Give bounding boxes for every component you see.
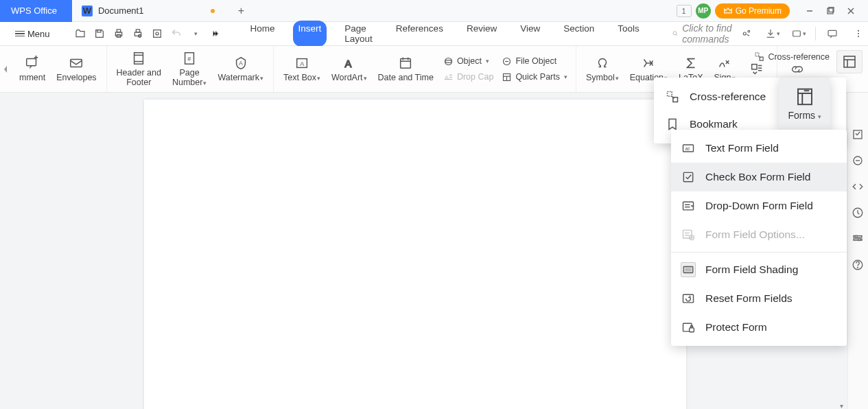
print-preview-button[interactable]	[130, 25, 146, 42]
tab-view[interactable]: View	[515, 21, 546, 47]
tab-insert[interactable]: Insert	[293, 21, 327, 47]
menu-label: Text Form Field	[705, 142, 779, 154]
export-button[interactable]: ▾	[763, 24, 782, 43]
svg-rect-1	[828, 8, 833, 14]
document-tab[interactable]: W Document1	[72, 0, 224, 22]
code-panel-button[interactable]	[852, 180, 865, 194]
menu-item-drop-down-form-field[interactable]: Drop-Down Form Field	[671, 191, 847, 220]
file-object-button[interactable]: File Object	[497, 54, 572, 69]
save-button[interactable]	[91, 25, 108, 42]
command-search[interactable]: Click to find commands	[672, 23, 734, 45]
watermark-button[interactable]: A Watermark▾	[212, 54, 269, 84]
more-button[interactable]	[849, 24, 868, 43]
forms-icon	[795, 86, 815, 107]
redo-dropdown[interactable]: ▾	[187, 25, 204, 42]
unsaved-indicator-icon	[211, 9, 215, 13]
ribbon-scroll-left[interactable]	[1, 61, 10, 78]
drop-cap-button: A Drop Cap	[439, 70, 498, 84]
svg-rect-75	[683, 230, 692, 238]
tab-review[interactable]: Review	[461, 21, 502, 47]
svg-rect-80	[685, 268, 692, 272]
menu-button[interactable]: Menu	[10, 26, 56, 42]
document-page[interactable]	[144, 100, 686, 409]
header-footer-button[interactable]: Header andFooter	[111, 49, 167, 89]
svg-text:A: A	[300, 60, 305, 67]
svg-point-20	[858, 30, 859, 32]
svg-point-41	[445, 60, 451, 62]
app-tab[interactable]: WPS Office	[0, 0, 72, 22]
tab-tools[interactable]: Tools	[612, 21, 645, 47]
minimize-button[interactable]	[799, 1, 820, 21]
svg-point-60	[855, 235, 857, 237]
tab-home[interactable]: Home	[245, 21, 281, 47]
menu-item-check-box-form-field[interactable]: Check Box Form Field	[671, 163, 847, 191]
date-time-button[interactable]: Date and Time	[373, 54, 439, 84]
open-button[interactable]	[72, 25, 89, 42]
svg-point-16	[744, 32, 747, 35]
styles-panel-button[interactable]	[852, 154, 865, 168]
svg-rect-10	[136, 30, 139, 32]
history-panel-button[interactable]	[852, 207, 865, 220]
tab-references[interactable]: References	[390, 21, 449, 47]
go-premium-button[interactable]: Go Premium	[715, 3, 790, 19]
svg-point-63	[857, 267, 858, 268]
svg-rect-52	[844, 56, 855, 67]
svg-rect-83	[690, 328, 694, 332]
cross-reference-button-top[interactable]: Cross-reference	[754, 51, 830, 62]
settings-panel-button[interactable]	[852, 233, 865, 246]
menu-label: Form Field Options...	[705, 229, 805, 241]
menu-item-text-form-field[interactable]: aI Text Form Field	[671, 134, 847, 163]
wordart-button[interactable]: A WordArt▾	[326, 54, 373, 84]
insert-number-button[interactable]	[741, 60, 773, 78]
svg-rect-26	[71, 60, 82, 67]
print-button[interactable]	[110, 25, 127, 42]
menu-item-form-field-shading[interactable]: Form Field Shading	[671, 255, 847, 284]
svg-text:A: A	[344, 58, 351, 69]
tab-section[interactable]: Section	[558, 21, 600, 47]
preview-button[interactable]	[149, 25, 165, 42]
properties-panel-button[interactable]	[852, 128, 865, 142]
menu-item-protect-form[interactable]: Protect Form	[671, 313, 847, 342]
svg-point-22	[858, 36, 859, 37]
envelopes-button[interactable]: Envelopes	[51, 54, 102, 84]
equation-icon	[641, 56, 656, 71]
quick-parts-button[interactable]: Quick Parts▾	[497, 70, 572, 84]
forms-ribbon-button[interactable]	[836, 50, 863, 73]
menu-item-reset-form-fields[interactable]: Reset Form Fields	[671, 284, 847, 313]
svg-rect-12	[153, 30, 161, 38]
window-counter[interactable]: 1	[677, 5, 692, 17]
object-icon	[443, 56, 454, 67]
tab-page-layout[interactable]: Page Layout	[339, 21, 378, 47]
attachment-button[interactable]	[782, 60, 813, 78]
qat-more-button[interactable]	[207, 25, 223, 42]
file-icon	[502, 56, 512, 67]
cross-reference-icon	[754, 51, 764, 62]
help-panel-button[interactable]	[852, 259, 865, 272]
user-avatar[interactable]: MP	[696, 3, 711, 19]
quick-parts-icon	[502, 72, 512, 82]
share-button[interactable]	[737, 24, 756, 43]
svg-rect-5	[97, 30, 100, 32]
wordart-icon: A	[342, 56, 357, 71]
page-number-button[interactable]: # PageNumber▾	[167, 49, 212, 89]
new-tab-button[interactable]: +	[230, 0, 252, 22]
undo-button[interactable]	[168, 25, 185, 42]
text-box-button[interactable]: A Text Box▾	[278, 54, 326, 84]
comment-button[interactable]: mment	[14, 54, 51, 84]
symbol-button[interactable]: Symbol▾	[580, 54, 624, 84]
reset-icon	[681, 291, 696, 306]
object-button[interactable]: Object▾	[439, 54, 498, 69]
close-button[interactable]	[841, 1, 861, 21]
comment-pane-button[interactable]	[823, 24, 842, 43]
scroll-down-icon[interactable]: ▾	[838, 402, 845, 409]
menu-label: Reset Form Fields	[705, 292, 793, 305]
forms-dropdown-button[interactable]: Forms ▾	[779, 78, 830, 130]
svg-point-17	[748, 30, 750, 32]
svg-rect-18	[793, 31, 801, 36]
svg-rect-9	[134, 32, 141, 36]
maximize-button[interactable]	[820, 1, 841, 21]
dropdown-label: Cross-reference	[690, 91, 766, 103]
cloud-button[interactable]: ▾	[789, 24, 808, 43]
svg-rect-50	[751, 64, 756, 69]
calendar-icon	[398, 56, 413, 71]
